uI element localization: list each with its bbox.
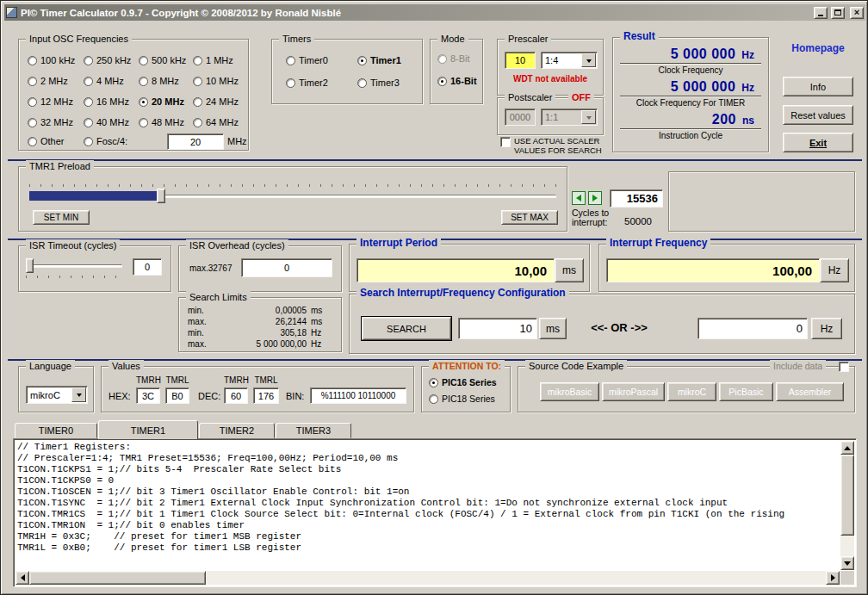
scroll-up-button[interactable]	[840, 441, 854, 455]
preload-value-field[interactable]: 15536	[610, 189, 663, 208]
dropdown-button[interactable]	[71, 387, 86, 402]
dec-tmrh-field[interactable]: 60	[224, 387, 248, 404]
attention-option-pic18[interactable]: PIC18 Series	[429, 394, 495, 404]
osc-option-2mhz[interactable]: 2 MHz	[28, 76, 68, 86]
osc-option-20mhz[interactable]: 20 MHz	[139, 96, 184, 107]
isr-timeout-value-field[interactable]: 0	[133, 258, 162, 276]
tab-timer3[interactable]: TIMER3	[276, 423, 351, 438]
osc-option-1mhz[interactable]: 1 MHz	[193, 55, 233, 65]
timer-option-timer0[interactable]: Timer0	[286, 55, 328, 65]
interrupt-frequency-field[interactable]: 100,00	[606, 258, 820, 282]
osc-option-fosc4[interactable]: Fosc/4:	[84, 136, 127, 146]
bin-field[interactable]: %111100 10110000	[310, 387, 406, 404]
radio-label: 48 MHz	[152, 117, 184, 127]
include-data-checkbox[interactable]	[839, 362, 849, 372]
search-period-input[interactable]: 10	[458, 318, 537, 339]
timer-option-timer3[interactable]: Timer3	[357, 77, 400, 88]
prescaler-value-input[interactable]: 10	[505, 52, 536, 69]
tab-timer0[interactable]: TIMER0	[15, 423, 97, 438]
slider-track[interactable]	[26, 264, 122, 268]
interrupt-period-field[interactable]: 10,00	[356, 258, 555, 282]
preload-increment-button[interactable]	[588, 191, 602, 205]
use-actual-scaler-checkbox[interactable]	[500, 137, 511, 147]
hex-tmrh-field[interactable]: 3C	[136, 387, 160, 404]
language-dropdown[interactable]: mikroC	[26, 386, 88, 404]
group-values: Values TMRH TMRL TMRH TMRL HEX: 3C B0 DE…	[101, 366, 414, 412]
osc-option-12mhz[interactable]: 12 MHz	[28, 96, 73, 107]
timer-option-timer1[interactable]: Timer1	[357, 55, 401, 65]
osc-option-4mhz[interactable]: 4 MHz	[84, 76, 124, 86]
scroll-down-button[interactable]	[840, 556, 854, 570]
interrupt-period-unit-button[interactable]: ms	[555, 258, 584, 282]
homepage-link[interactable]: Homepage	[781, 42, 855, 54]
osc-option-10mhz[interactable]: 10 MHz	[193, 76, 239, 86]
mikrobasic-button[interactable]: mikroBasic	[540, 382, 599, 401]
search-frequency-input[interactable]: 0	[698, 318, 808, 339]
limit-value: 305,18	[214, 328, 307, 338]
prescaler-ratio-dropdown[interactable]: 1:4	[541, 52, 598, 69]
maximize-button[interactable]	[831, 7, 845, 19]
attention-option-pic16[interactable]: PIC16 Series	[429, 377, 497, 387]
other-frequency-input[interactable]: 20	[167, 133, 224, 150]
instruction-cycle-value: 200 ns	[622, 112, 754, 127]
group-source-code-example: Source Code Example Include data mikroBa…	[518, 366, 855, 412]
osc-option-32mhz[interactable]: 32 MHz	[28, 117, 73, 127]
osc-option-250khz[interactable]: 250 kHz	[84, 55, 131, 65]
slider-thumb[interactable]	[157, 189, 165, 203]
hex-tmrl-field[interactable]: B0	[165, 387, 189, 404]
dropdown-button[interactable]	[581, 53, 596, 67]
exit-button[interactable]: Exit	[783, 133, 853, 152]
dec-tmrl-field[interactable]: 176	[253, 387, 279, 404]
code-panel: // Timer1 Registers: // Prescaler=1:4; T…	[13, 438, 857, 587]
osc-option-16mhz[interactable]: 16 MHz	[84, 96, 129, 107]
isr-timeout-slider[interactable]	[26, 258, 122, 273]
search-period-unit-button[interactable]: ms	[539, 318, 567, 339]
osc-option-48mhz[interactable]: 48 MHz	[139, 117, 184, 127]
search-button[interactable]: SEARCH	[362, 317, 451, 340]
vertical-scrollbar[interactable]	[840, 441, 854, 570]
preload-slider[interactable]	[29, 189, 556, 203]
osc-option-24mhz[interactable]: 24 MHz	[193, 96, 239, 107]
preload-decrement-button[interactable]	[572, 191, 586, 205]
horizontal-scroll-thumb[interactable]	[29, 571, 206, 585]
isr-overhead-value-field[interactable]: 0	[241, 258, 332, 277]
osc-option-other[interactable]: Other	[28, 136, 65, 146]
set-min-button[interactable]: SET MIN	[33, 210, 90, 225]
group-title: Source Code Example	[525, 360, 627, 372]
radio-label: 40 MHz	[96, 117, 129, 127]
radio-label: 32 MHz	[40, 117, 73, 127]
tab-timer1[interactable]: TIMER1	[98, 420, 198, 439]
clock-frequency-value: 5 000 000 Hz	[622, 46, 754, 62]
slider-thumb[interactable]	[26, 258, 34, 273]
slider-fill	[29, 191, 159, 201]
mikropascal-button[interactable]: mikroPascal	[602, 382, 665, 401]
dropdown-value: mikroC	[27, 387, 71, 403]
minimize-button[interactable]	[814, 7, 828, 19]
tab-timer2[interactable]: TIMER2	[199, 423, 275, 438]
divider	[620, 128, 761, 130]
scroll-right-button[interactable]	[826, 571, 840, 585]
assembler-button[interactable]: Assembler	[776, 382, 844, 401]
osc-option-100khz[interactable]: 100 kHz	[28, 55, 75, 65]
osc-option-40mhz[interactable]: 40 MHz	[84, 117, 129, 127]
osc-option-64mhz[interactable]: 64 MHz	[193, 117, 239, 127]
reset-values-button[interactable]: Reset values	[783, 105, 853, 125]
scroll-left-button[interactable]	[16, 571, 29, 585]
source-code-text[interactable]: // Timer1 Registers: // Prescaler=1:4; T…	[17, 442, 839, 569]
mikroc-button[interactable]: mikroC	[667, 382, 716, 401]
timer-option-timer2[interactable]: Timer2	[286, 77, 328, 88]
search-frequency-unit-button[interactable]: Hz	[811, 318, 842, 339]
limit-unit: ms	[311, 306, 322, 315]
horizontal-scrollbar[interactable]	[16, 571, 840, 585]
mode-option-16bit[interactable]: 16-Bit	[437, 76, 477, 86]
close-button[interactable]: ×	[850, 7, 864, 19]
interrupt-frequency-unit-button[interactable]: Hz	[820, 258, 849, 282]
group-search-limits: Search Limits min. 0,00005 ms max. 26,21…	[178, 297, 342, 352]
set-max-button[interactable]: SET MAX	[501, 210, 558, 225]
vertical-scroll-thumb[interactable]	[840, 455, 854, 536]
info-button[interactable]: Info	[783, 77, 853, 96]
limit-label: max.	[188, 339, 207, 349]
picbasic-button[interactable]: PicBasic	[719, 382, 773, 401]
osc-option-500khz[interactable]: 500 kHz	[139, 55, 186, 65]
osc-option-8mhz[interactable]: 8 MHz	[139, 76, 179, 86]
